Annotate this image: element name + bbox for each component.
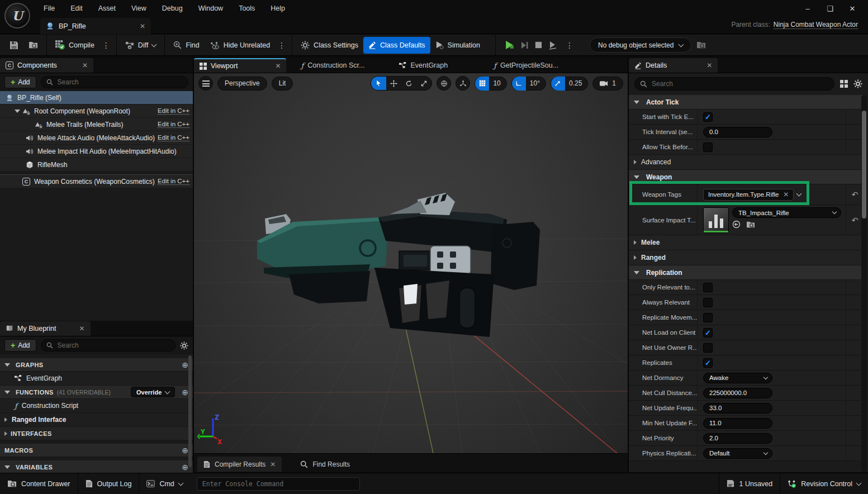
expand-arrow-icon[interactable] xyxy=(4,417,7,422)
section-actor-tick[interactable]: Actor Tick xyxy=(629,95,864,110)
menu-asset[interactable]: Asset xyxy=(91,0,124,17)
component-row-weapon-cosmetics[interactable]: C Weapon Cosmetics (WeaponCosmetics) Edi… xyxy=(0,175,193,188)
tab-bp-rifle[interactable]: BP_Rifle ✕ xyxy=(40,18,151,34)
tab-my-blueprint[interactable]: My Blueprint ✕ xyxy=(0,321,91,336)
edit-in-cpp-link[interactable]: Edit in C++ xyxy=(158,178,189,185)
my-blueprint-scrollbar[interactable] xyxy=(188,355,192,467)
play-options-kebab[interactable]: ⋮ xyxy=(563,41,576,50)
settings-gear-icon[interactable] xyxy=(853,79,862,88)
my-blueprint-search-input[interactable] xyxy=(56,341,170,350)
close-icon[interactable]: ✕ xyxy=(275,62,281,70)
move-tool-button[interactable] xyxy=(386,77,401,90)
section-weapon[interactable]: Weapon xyxy=(629,170,864,184)
remove-tag-icon[interactable]: ✕ xyxy=(783,191,789,198)
select-tool-button[interactable] xyxy=(371,77,386,90)
section-melee[interactable]: Melee xyxy=(629,235,864,250)
compile-button[interactable]: Compile xyxy=(50,37,99,54)
close-icon[interactable]: ✕ xyxy=(79,325,84,332)
save-button[interactable] xyxy=(4,37,23,54)
browse-asset-icon[interactable] xyxy=(746,221,755,229)
add-blueprint-item-button[interactable]: + Add xyxy=(4,339,36,352)
console-command-input[interactable] xyxy=(197,477,360,491)
display-filter-icon[interactable] xyxy=(839,79,848,88)
unreal-logo-icon[interactable]: U xyxy=(4,3,30,28)
edit-in-cpp-link[interactable]: Edit in C++ xyxy=(158,121,189,128)
filter-gear-icon[interactable] xyxy=(180,341,188,350)
macros-section-header[interactable]: MACROS ⊕ xyxy=(0,444,193,457)
camera-speed-control[interactable]: 1 xyxy=(592,77,623,91)
details-search-input[interactable] xyxy=(651,79,829,88)
class-defaults-button[interactable]: Class Defaults xyxy=(363,37,430,54)
add-macro-icon[interactable]: ⊕ xyxy=(182,446,188,455)
details-search[interactable] xyxy=(634,77,834,91)
row-advanced[interactable]: Advanced xyxy=(629,155,864,170)
menu-tools[interactable]: Tools xyxy=(231,0,263,17)
find-button[interactable]: Find xyxy=(168,37,204,54)
rotate-tool-button[interactable] xyxy=(401,77,416,90)
hide-unrelated-kebab[interactable]: ⋮ xyxy=(275,41,288,50)
number-input[interactable]: 33.0 xyxy=(703,403,772,414)
minimize-button[interactable]: – xyxy=(796,4,819,13)
checkbox[interactable]: ✓ xyxy=(703,343,713,353)
diff-button[interactable]: Diff xyxy=(120,37,162,54)
component-row-melee-attack-audio[interactable]: Melee Attack Audio (MeleeAttackAudio) Ed… xyxy=(0,131,193,145)
surface-snapping-button[interactable] xyxy=(456,76,470,91)
checkbox[interactable]: ✓ xyxy=(703,328,713,338)
asset-thumbnail[interactable] xyxy=(703,207,729,233)
construction-script-item[interactable]: ƒ Construction Script xyxy=(0,399,193,413)
tab-find-results[interactable]: Find Results xyxy=(294,457,356,472)
components-search[interactable] xyxy=(41,76,188,88)
section-replication[interactable]: Replication xyxy=(629,265,864,280)
add-variable-icon[interactable]: ⊕ xyxy=(182,463,188,472)
tab-components[interactable]: C Components ✕ xyxy=(0,58,93,73)
collapse-arrow-icon[interactable] xyxy=(15,110,20,113)
edit-in-cpp-link[interactable]: Edit in C++ xyxy=(158,107,189,115)
tab-viewport[interactable]: Viewport ✕ xyxy=(194,58,286,73)
tab-close-icon[interactable]: ✕ xyxy=(140,22,145,30)
close-icon[interactable]: ✕ xyxy=(270,460,276,468)
close-icon[interactable]: ✕ xyxy=(706,61,712,69)
checkbox[interactable]: ✓ xyxy=(703,283,713,292)
uns saved-button[interactable]: * 1 Unsaved xyxy=(719,473,780,494)
compile-options-kebab[interactable]: ⋮ xyxy=(99,41,113,50)
debug-object-dropdown[interactable]: No debug object selected xyxy=(590,37,691,53)
checkbox[interactable]: ✓ xyxy=(703,142,713,152)
checkbox[interactable]: ✓ xyxy=(703,358,713,368)
override-dropdown[interactable]: Override xyxy=(131,387,175,397)
stop-button[interactable] xyxy=(534,41,543,49)
cmd-dropdown[interactable]: Cmd xyxy=(139,473,189,494)
chevron-down-icon[interactable] xyxy=(796,191,802,197)
component-row-root[interactable]: Root Component (WeaponRoot) Edit in C++ xyxy=(0,104,193,118)
maximize-button[interactable]: ❑ xyxy=(819,4,841,13)
menu-debug[interactable]: Debug xyxy=(154,0,191,17)
interfaces-section-header[interactable]: INTERFACES xyxy=(0,427,193,440)
dropdown[interactable]: Awake xyxy=(703,373,772,383)
gameplay-tag-pill[interactable]: Inventory.Item.Type.Rifle ✕ xyxy=(703,189,794,201)
close-icon[interactable]: ✕ xyxy=(82,61,88,69)
number-input[interactable]: 225000000.0 xyxy=(703,388,772,398)
output-log-button[interactable]: Output Log xyxy=(78,473,139,494)
tab-details[interactable]: Details ✕ xyxy=(629,58,718,73)
viewport-menu-button[interactable] xyxy=(198,76,213,91)
tab-construction-script[interactable]: ƒ Construction Scr... xyxy=(295,58,370,73)
section-ranged[interactable]: Ranged xyxy=(629,250,864,265)
component-row-self[interactable]: BP_Rifle (Self) xyxy=(0,91,193,104)
debug-browse-button[interactable] xyxy=(691,37,711,54)
menu-window[interactable]: Window xyxy=(191,0,231,17)
details-scrollbar-thumb[interactable] xyxy=(862,111,866,218)
components-search-input[interactable] xyxy=(56,78,183,87)
content-drawer-button[interactable]: Content Drawer xyxy=(0,473,78,494)
graphs-section-header[interactable]: GRAPHS ⊕ xyxy=(0,358,193,372)
component-row-melee-trails[interactable]: Melee Trails (MeleeTrails) Edit in C++ xyxy=(0,118,193,131)
add-graph-icon[interactable]: ⊕ xyxy=(182,360,188,369)
tab-eventgraph[interactable]: EventGraph xyxy=(393,58,453,73)
revision-control-dropdown[interactable]: Revision Control xyxy=(780,473,868,494)
viewport-3d[interactable]: Perspective Lit xyxy=(194,73,628,453)
menu-help[interactable]: Help xyxy=(263,0,293,17)
rotation-snap-control[interactable]: 10° xyxy=(511,77,546,91)
checkbox[interactable]: ✓ xyxy=(703,313,713,322)
functions-section-header[interactable]: FUNCTIONS (41 OVERRIDABLE) Override ⊕ xyxy=(0,386,193,399)
parent-class-link[interactable]: Ninja Combat Weapon Actor xyxy=(774,21,858,29)
asset-dropdown[interactable]: TB_Impacts_Rifle xyxy=(732,207,841,218)
scale-tool-button[interactable] xyxy=(416,77,431,90)
